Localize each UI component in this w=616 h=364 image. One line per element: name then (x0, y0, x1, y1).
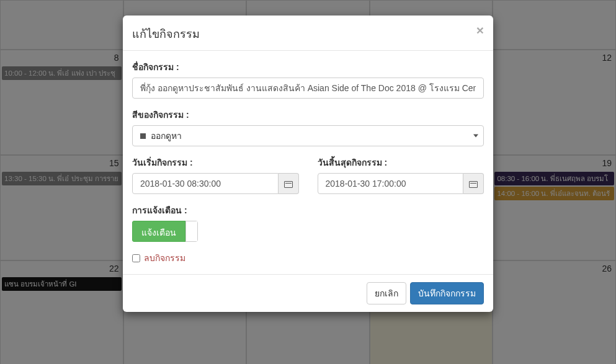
event-color-value: ออกดูหา (151, 129, 182, 143)
delete-event-checkbox[interactable] (132, 254, 140, 262)
start-date-input[interactable] (132, 173, 279, 194)
end-date-label: วันสิ้นสุดกิจกรรม : (318, 156, 484, 169)
calendar-icon (284, 180, 293, 188)
start-date-group: วันเริ่มกิจกรรม : (132, 156, 299, 194)
edit-event-modal: แก้ไขกิจกรรม × ชื่อกิจกรรม : สีของกิจกรร… (123, 16, 493, 312)
start-date-picker-button[interactable] (279, 173, 299, 194)
notify-toggle-on-label: แจ้งเตือน (132, 221, 185, 242)
modal-header: แก้ไขกิจกรรม × (123, 16, 493, 51)
event-color-group: สีของกิจกรรม : ออกดูหา (132, 108, 484, 146)
close-icon[interactable]: × (476, 24, 484, 37)
event-name-label: ชื่อกิจกรรม : (132, 60, 484, 74)
toggle-handle-icon (185, 221, 198, 242)
event-color-select[interactable]: ออกดูหา (132, 125, 484, 146)
notify-label: การแจ้งเตือน : (132, 203, 484, 217)
notify-group: การแจ้งเตือน : แจ้งเตือน (132, 203, 484, 242)
end-date-picker-button[interactable] (463, 173, 484, 194)
cancel-button[interactable]: ยกเลิก (367, 282, 406, 304)
modal-body: ชื่อกิจกรรม : สีของกิจกรรม : ออกดูหา วัน… (123, 51, 493, 274)
start-date-label: วันเริ่มกิจกรรม : (132, 156, 299, 169)
calendar-icon (469, 180, 478, 188)
delete-event-label: ลบกิจกรรม (144, 251, 185, 265)
modal-footer: ยกเลิก บันทึกกิจกกรรม (123, 274, 493, 312)
chevron-down-icon (473, 135, 478, 138)
end-date-input[interactable] (318, 173, 464, 194)
color-swatch-icon (140, 133, 146, 139)
modal-title: แก้ไขกิจกรรม (132, 28, 200, 40)
end-date-group: วันสิ้นสุดกิจกรรม : (318, 156, 484, 194)
delete-event-row[interactable]: ลบกิจกรรม (132, 251, 484, 265)
notify-toggle[interactable]: แจ้งเตือน (132, 221, 198, 242)
event-color-label: สีของกิจกรรม : (132, 108, 484, 122)
event-name-input[interactable] (132, 78, 484, 99)
save-button[interactable]: บันทึกกิจกกรรม (410, 282, 484, 304)
event-name-group: ชื่อกิจกรรม : (132, 60, 484, 99)
